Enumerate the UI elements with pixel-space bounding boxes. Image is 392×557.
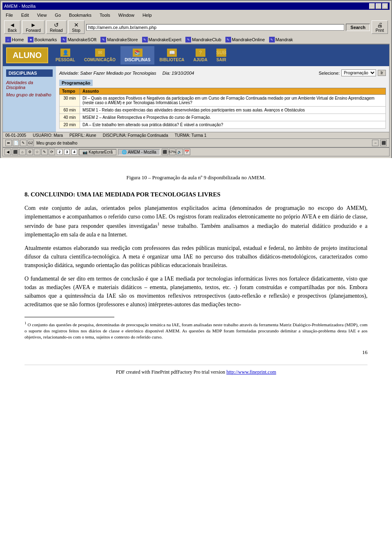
taskbar-right-icon-2[interactable]: 57%	[169, 149, 176, 155]
table-row: 30 min DI – Quais os aspectos Positivos …	[60, 95, 386, 107]
taskbar-number-4[interactable]: 4	[71, 149, 77, 155]
status-icons: ⬅ 📄 ✎ GZ	[5, 140, 34, 146]
time-cell-4: 20 min	[60, 121, 80, 129]
taskbar-icon-7[interactable]: ⟳	[49, 149, 55, 155]
time-cell-2: 60 min	[60, 107, 80, 114]
print-icon: 🖨	[377, 22, 383, 28]
taskbar-right-icon-3[interactable]: 🔊	[176, 149, 183, 155]
search-button[interactable]: Search	[346, 24, 370, 31]
forward-button[interactable]: ► Forward	[22, 20, 45, 34]
disciplinas-header: Atividade: Saber Fazer Mediado por Tecno…	[59, 69, 386, 76]
mandrakeSoft-icon: ✎	[61, 37, 67, 42]
paragraph-2: Atualmente estamos elaborando sua reediç…	[24, 244, 368, 270]
amem-body: DISCIPLINAS Atividades da Disciplina Meu…	[3, 66, 389, 132]
nav-sair[interactable]: SUB SAIR	[212, 46, 230, 65]
taskbar-icon-6[interactable]: ✎	[41, 149, 48, 155]
bookmark-bookmarks[interactable]: ★ Bookmarks	[27, 36, 58, 43]
selecione-box: Selecione: Programação Ir	[319, 69, 386, 76]
taskbar-kapturar[interactable]: 📷 KapturarEcrã	[79, 149, 116, 155]
sair-icon: SUB	[216, 49, 226, 57]
assunto-cell-2: MSEM 1 - Relato das experiências das ati…	[80, 107, 386, 114]
assunto-cell-1: DI – Quais os aspectos Positivos e Negat…	[80, 95, 386, 107]
taskbar-icon-3[interactable]: ⌂	[19, 149, 26, 155]
mandrakeStore-icon: ✎	[100, 37, 106, 42]
taskbar-right-icon-1[interactable]: ⬛	[162, 149, 168, 155]
assunto-cell-4: DA – Este trabalho tem alterado sua prát…	[80, 121, 386, 129]
status-icon-2: 📄	[13, 140, 19, 146]
atividade-info: Atividade: Saber Fazer Mediado por Tecno…	[59, 71, 194, 76]
section-8-heading: 8. CONCLUINDO: UMA IAE MEDIADA POR TECNO…	[24, 190, 368, 199]
programacao-title: Programação	[59, 80, 93, 86]
amem-website: ALUNO 👤 PESSOAL ✉ COMUNICAÇÃO 📚 DISCIPLI…	[2, 44, 390, 156]
close-button[interactable]: ×	[382, 3, 388, 9]
ir-button[interactable]: Ir	[378, 70, 386, 76]
mandrak-icon: ✎	[269, 37, 275, 42]
bookmark-mandrakeClub[interactable]: ✎ MandrakeClub	[184, 36, 223, 43]
taskbar-right-icon-4[interactable]: 📅	[184, 149, 190, 155]
minimize-button[interactable]: _	[369, 3, 375, 9]
pdf-footer-link[interactable]: http://www.fineprint.com	[226, 369, 276, 375]
maximize-button[interactable]: □	[376, 3, 381, 9]
taskbar-icon-2[interactable]: ⬛	[12, 149, 18, 155]
taskbar-icon-5[interactable]: ☆	[34, 149, 40, 155]
nav-comunicacao[interactable]: ✉ COMUNICAÇÃO	[80, 46, 120, 65]
sidebar-link-grupo[interactable]: Meu grupo de trabalho	[6, 92, 53, 97]
back-button[interactable]: ◄ Back	[4, 20, 20, 34]
bookmark-home[interactable]: ⌂ Home	[4, 36, 25, 43]
mandrakeClub-icon: ✎	[185, 37, 191, 42]
taskbar-number-2[interactable]: 2	[57, 149, 62, 155]
menu-file[interactable]: File	[4, 12, 15, 18]
menu-go[interactable]: Go	[53, 12, 62, 18]
taskbar-left-icons: ◀ ⬛ ⌂ ⚙ ☆ ✎ ⟳	[4, 149, 55, 155]
nav-pessoal[interactable]: 👤 PESSOAL	[51, 46, 79, 65]
time-cell-3: 40 min	[60, 114, 80, 121]
menu-help[interactable]: Help	[141, 12, 154, 18]
taskbar-amem[interactable]: 🌐 AMEM - Mozilla	[118, 149, 160, 155]
stop-icon: ✕	[74, 22, 79, 28]
amem-logo: ALUNO	[6, 47, 48, 63]
bookmarks-icon: ★	[28, 37, 33, 42]
col-assunto: Assunto	[80, 88, 386, 95]
sidebar-link-atividades[interactable]: Atividades da Disciplina	[6, 80, 53, 90]
bookmark-mandrakeExpert[interactable]: ✎ MandrakeExpert	[141, 36, 183, 43]
browser-status-bar: ⬅ 📄 ✎ GZ Meu grupo de trabalho → ⬛	[3, 138, 389, 147]
pdf-footer: PDF created with FinePrint pdfFactory Pr…	[24, 365, 368, 379]
bookmark-mandrakeStore[interactable]: ✎ MandrakeStore	[99, 36, 139, 43]
nav-ajuda[interactable]: ? AJUDA	[189, 46, 212, 65]
menu-bar: File Edit View Go Bookmarks Tools Window…	[2, 11, 390, 19]
print-button[interactable]: 🖨 Print	[372, 20, 388, 34]
comunicacao-icon: ✉	[95, 49, 105, 57]
reload-button[interactable]: ↺ Reload	[46, 20, 67, 34]
bookmark-mandrakeSoft[interactable]: ✎ MandrakeSOft	[60, 36, 98, 43]
col-tempo: Tempo	[60, 88, 80, 95]
bookmark-mandrak[interactable]: ✎ Mandrak	[268, 36, 294, 43]
selecione-select[interactable]: Programação	[341, 69, 376, 76]
stop-button[interactable]: ✕ Stop	[68, 20, 85, 34]
amem-header: ALUNO 👤 PESSOAL ✉ COMUNICAÇÃO 📚 DISCIPLI…	[3, 45, 389, 66]
menu-edit[interactable]: Edit	[20, 12, 31, 18]
nav-biblioteca[interactable]: 📖 BIBLIOTECA	[155, 46, 188, 65]
menu-bookmarks[interactable]: Bookmarks	[67, 12, 93, 18]
amem-sidebar: DISCIPLINAS Atividades da Disciplina Meu…	[3, 66, 56, 132]
menu-view[interactable]: View	[36, 12, 49, 18]
kapturar-icon: 📷	[82, 150, 87, 154]
menu-tools[interactable]: Tools	[98, 12, 112, 18]
footer-perfil-text: PERFIL: Alune	[69, 133, 96, 138]
sidebar-title: DISCIPLINAS	[6, 69, 53, 77]
footer-perfil: PERFIL: Alune	[69, 133, 96, 138]
footnote-1: 1 O conjunto das questões de pesquisa, d…	[24, 321, 368, 341]
footer-turma: TURMA: Turma 1	[175, 133, 207, 138]
disciplinas-icon: 📚	[133, 49, 143, 57]
taskbar-icon-1[interactable]: ◀	[4, 149, 11, 155]
browser-toolbar: ◄ Back ► Forward ↺ Reload ✕ Stop http://…	[2, 20, 390, 35]
pessoal-icon: 👤	[60, 49, 70, 57]
taskbar-icon-4[interactable]: ⚙	[27, 149, 33, 155]
taskbar-number-3[interactable]: 3	[64, 149, 70, 155]
address-bar[interactable]: http://amem.ce.ufsm.br/amem.php	[86, 24, 345, 31]
pdf-footer-text: PDF created with FinePrint pdfFactory Pr…	[116, 369, 225, 375]
nav-disciplinas[interactable]: 📚 DISCIPLINAS	[120, 46, 154, 65]
document-content: Figura 10 – Programação da aula nº 9 dis…	[0, 158, 392, 391]
menu-window[interactable]: Window	[117, 12, 136, 18]
bookmark-mandrakeOnline[interactable]: ✎ MandrakeOnline	[224, 36, 266, 43]
selecione-label: Selecione:	[319, 71, 340, 76]
